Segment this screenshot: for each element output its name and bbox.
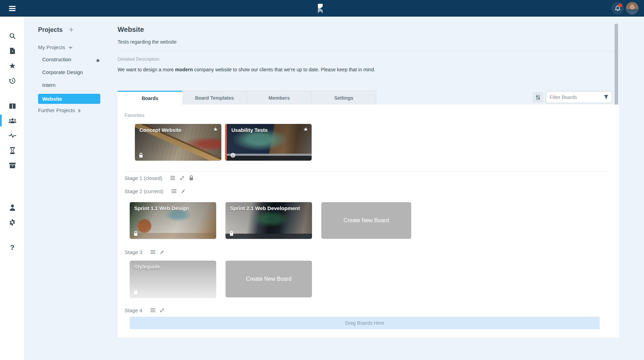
- board-card-styleguide[interactable]: Styleguide: [130, 261, 216, 297]
- stage-collapse-icon[interactable]: [180, 188, 186, 194]
- drag-boards-dropzone[interactable]: Drag Boards Here: [130, 317, 600, 329]
- favorite-star-icon[interactable]: ★: [213, 126, 218, 133]
- favorites-label: Favorites: [125, 112, 145, 118]
- board-card-usability-tests[interactable]: Usability Tests ★: [225, 124, 312, 161]
- boards-content-panel: Favorites Concept Website ★ Usability Te…: [118, 105, 619, 338]
- stage-menu-icon[interactable]: [150, 249, 156, 255]
- history-icon[interactable]: [0, 74, 25, 87]
- stage-collapse-icon[interactable]: [159, 249, 165, 255]
- notifications-button[interactable]: [611, 2, 624, 15]
- board-title: Sprint 1.1 Web Design: [134, 205, 189, 211]
- board-card-concept-website[interactable]: Concept Website ★: [135, 124, 221, 161]
- project-star-icon[interactable]: ★: [95, 56, 100, 65]
- notification-badge: [618, 3, 622, 7]
- chevron-right-icon: [79, 109, 81, 113]
- stage-menu-icon[interactable]: [171, 188, 177, 194]
- tab-settings[interactable]: Settings: [312, 91, 376, 105]
- stage-label: Stage 3: [125, 249, 142, 255]
- board-title: Concept Website: [139, 127, 181, 133]
- view-options-button[interactable]: [533, 92, 543, 103]
- stage-label: Stage 2 (current): [125, 188, 164, 194]
- filter-boards-input[interactable]: [550, 91, 600, 103]
- stage-3-header: Stage 3: [125, 249, 165, 255]
- lock-icon: [229, 231, 234, 236]
- board-title: Styleguide: [134, 264, 160, 270]
- favorite-star-icon[interactable]: ★: [303, 126, 308, 133]
- create-new-board-button[interactable]: Create New Board: [321, 202, 411, 239]
- project-item-corporate-design[interactable]: Corporate Design: [42, 68, 100, 77]
- board-card-sprint-2-1[interactable]: Sprint 2.1 Web Development: [226, 202, 312, 239]
- project-item-website-active[interactable]: Website: [38, 94, 100, 104]
- section-divider: [125, 171, 607, 172]
- my-projects-toggle[interactable]: My Projects: [38, 44, 73, 50]
- project-item-intern[interactable]: Intern: [42, 81, 100, 90]
- tab-board-templates[interactable]: Board Templates: [182, 91, 247, 105]
- archive-icon[interactable]: [0, 159, 25, 172]
- stage-label: Stage 4: [125, 307, 142, 313]
- globe-icon: [230, 153, 236, 158]
- topbar: [0, 0, 644, 17]
- page-title: Website: [118, 26, 144, 34]
- lock-icon: [139, 153, 143, 158]
- stage-4-header: Stage 4: [125, 307, 165, 313]
- stage-label: Stage 1 (closed): [125, 175, 162, 181]
- boards-icon[interactable]: [0, 100, 25, 112]
- header-divider: [118, 51, 619, 51]
- help-icon[interactable]: ?: [0, 241, 25, 254]
- stage-2-header: Stage 2 (current): [125, 188, 186, 194]
- time-tracking-icon[interactable]: [0, 144, 25, 157]
- star-icon[interactable]: ★: [0, 60, 25, 72]
- tab-members[interactable]: Members: [247, 91, 312, 105]
- stage-expand-icon[interactable]: [179, 175, 185, 181]
- board-title: Usability Tests: [231, 127, 268, 133]
- app-logo-icon: [314, 2, 326, 15]
- project-item-construction[interactable]: Construction ★: [42, 55, 100, 64]
- description-label: Detailed Description: [118, 56, 159, 62]
- activity-icon[interactable]: [0, 129, 25, 142]
- tune-icon: [535, 94, 541, 100]
- stage-1-header: Stage 1 (closed): [125, 175, 194, 181]
- projects-panel-title: Projects: [38, 26, 63, 34]
- filter-funnel-icon: [604, 94, 609, 100]
- description-text: We want to design a more modern company …: [118, 67, 375, 72]
- create-new-board-button[interactable]: Create New Board: [226, 261, 312, 297]
- stage-menu-icon[interactable]: [169, 175, 176, 181]
- stage-lock-icon[interactable]: [188, 175, 194, 181]
- new-document-icon[interactable]: [0, 45, 25, 57]
- icon-rail: ★ ?: [0, 17, 25, 360]
- search-icon[interactable]: [0, 30, 25, 42]
- tab-boards[interactable]: Boards: [118, 91, 182, 105]
- further-projects-toggle[interactable]: Further Projects: [38, 107, 81, 113]
- board-card-sprint-1-1[interactable]: Sprint 1.1 Web Design: [130, 202, 216, 239]
- lock-icon: [134, 289, 138, 295]
- tab-bar: Boards Board Templates Members Settings: [118, 91, 376, 105]
- settings-gear-icon[interactable]: [0, 216, 25, 228]
- add-project-button[interactable]: +: [66, 25, 76, 35]
- chevron-down-icon: [68, 47, 73, 49]
- page-subtitle: Tests regarding the website: [118, 39, 176, 45]
- stage-menu-icon[interactable]: [150, 307, 156, 313]
- user-avatar[interactable]: [626, 2, 638, 15]
- stage-expand-icon[interactable]: [159, 307, 165, 313]
- filter-boards-field: [546, 91, 612, 103]
- board-title: Sprint 2.1 Web Development: [230, 205, 300, 211]
- menu-icon[interactable]: [9, 5, 17, 12]
- lock-icon: [134, 231, 138, 236]
- profile-icon[interactable]: [0, 201, 25, 214]
- team-icon[interactable]: [0, 115, 25, 127]
